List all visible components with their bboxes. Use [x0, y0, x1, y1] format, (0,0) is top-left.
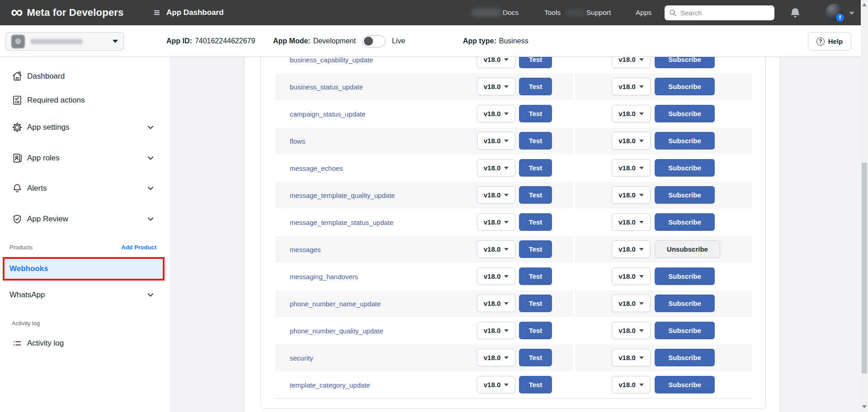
subscribe-button[interactable]: Subscribe: [655, 132, 715, 150]
test-version-dropdown[interactable]: v18.0: [477, 240, 515, 258]
help-button[interactable]: ? Help: [808, 32, 851, 51]
test-button[interactable]: Test: [519, 376, 552, 393]
app-dashboard-menu[interactable]: ≡ App Dashboard: [154, 0, 224, 25]
subscribe-version-dropdown[interactable]: v18.0: [612, 105, 651, 122]
test-button[interactable]: Test: [519, 240, 552, 258]
webhook-field-row: phone_number_quality_update v18.0 Test v…: [261, 317, 766, 344]
live-mode-toggle[interactable]: [362, 35, 386, 47]
subscribe-version-dropdown[interactable]: v18.0: [612, 322, 651, 339]
webhook-field-link[interactable]: business_status_update: [290, 83, 363, 91]
test-button[interactable]: Test: [519, 132, 552, 150]
subscribe-button[interactable]: Subscribe: [655, 213, 715, 231]
meta-for-developers-logo[interactable]: ∞ Meta for Developers: [11, 0, 123, 25]
sidebar-item-whatsapp[interactable]: WhatsApp: [0, 285, 170, 305]
webhook-field-link[interactable]: flows: [290, 137, 305, 145]
test-version-dropdown[interactable]: v18.0: [477, 267, 515, 285]
webhook-field-row: phone_number_name_update v18.0 Test v18.…: [261, 290, 766, 317]
subscribe-button[interactable]: Subscribe: [655, 78, 715, 95]
test-version-dropdown[interactable]: v18.0: [477, 105, 515, 122]
test-version-dropdown[interactable]: v18.0: [477, 132, 515, 150]
scroll-up-arrow-icon[interactable]: [862, 3, 867, 6]
test-button[interactable]: Test: [519, 267, 552, 285]
webhook-field-link[interactable]: messages: [290, 246, 321, 253]
scrollbar-thumb[interactable]: [862, 163, 867, 374]
webhook-field-link[interactable]: message_echoes: [290, 164, 343, 172]
nav-link-docs[interactable]: Docs: [503, 9, 519, 17]
test-button[interactable]: Test: [519, 186, 552, 204]
notifications-button[interactable]: [788, 6, 802, 20]
sidebar-item-activity-log[interactable]: Activity log: [0, 331, 170, 356]
test-version-dropdown[interactable]: v18.0: [477, 78, 515, 95]
sidebar-item-webhooks-highlighted[interactable]: Webhooks: [3, 257, 165, 281]
subscribe-version-dropdown[interactable]: v18.0: [612, 186, 651, 204]
avatar[interactable]: f: [826, 4, 843, 21]
sidebar-item-label: Alerts: [27, 184, 47, 193]
subscribe-version-dropdown[interactable]: v18.0: [612, 213, 651, 231]
test-version-dropdown[interactable]: v18.0: [477, 295, 515, 312]
test-version-dropdown[interactable]: v18.0: [477, 349, 515, 366]
webhook-field-link[interactable]: campaign_status_update: [290, 110, 366, 118]
subscribe-button[interactable]: Subscribe: [655, 295, 715, 312]
test-button[interactable]: Test: [519, 322, 552, 339]
webhook-field-link[interactable]: business_capability_update: [290, 56, 373, 64]
search-input[interactable]: Search: [665, 5, 774, 20]
sidebar-item-dashboard[interactable]: Dashboard: [0, 64, 170, 89]
chevron-down-icon: [504, 85, 509, 88]
subscribe-version-dropdown[interactable]: v18.0: [612, 78, 651, 95]
test-version-dropdown[interactable]: v18.0: [477, 186, 515, 204]
test-version-dropdown[interactable]: v18.0: [477, 322, 515, 339]
subscribe-version-dropdown[interactable]: v18.0: [612, 159, 651, 177]
subscribe-version-dropdown[interactable]: v18.0: [612, 376, 651, 393]
subscribe-button[interactable]: Subscribe: [655, 267, 715, 285]
test-button[interactable]: Test: [519, 159, 552, 177]
sidebar-item-alerts[interactable]: Alerts: [0, 176, 170, 201]
test-version-dropdown[interactable]: v18.0: [477, 159, 515, 177]
chevron-down-icon: [504, 356, 509, 359]
test-button[interactable]: Test: [519, 78, 552, 95]
subscribe-version-dropdown[interactable]: v18.0: [612, 267, 651, 285]
subscribe-button[interactable]: Subscribe: [655, 322, 715, 339]
sidebar-item-app-review[interactable]: App Review: [0, 207, 170, 231]
subscribe-version-dropdown[interactable]: v18.0: [612, 349, 651, 366]
subscribe-version-dropdown[interactable]: v18.0: [612, 295, 651, 312]
vertical-scrollbar[interactable]: [861, 0, 868, 412]
sidebar-item-required-actions[interactable]: Required actions: [0, 88, 170, 112]
version-value: v18.0: [618, 110, 636, 117]
hamburger-menu-icon[interactable]: ≡: [154, 7, 160, 18]
home-icon: [11, 70, 23, 82]
webhook-field-link[interactable]: phone_number_quality_update: [290, 327, 383, 335]
scroll-down-arrow-icon[interactable]: [862, 405, 867, 408]
logo-wordmark: Meta for Developers: [27, 7, 123, 19]
subscribe-button[interactable]: Subscribe: [655, 186, 715, 204]
nav-link-apps[interactable]: Apps: [636, 9, 651, 17]
test-button[interactable]: Test: [519, 213, 552, 231]
app-selector-dropdown[interactable]: ⚙: [5, 32, 124, 51]
content-panel-right-border: [780, 57, 780, 412]
nav-link-tools[interactable]: Tools: [544, 9, 561, 17]
sidebar-item-app-settings[interactable]: App settings: [0, 115, 170, 140]
webhook-field-link[interactable]: messaging_handovers: [290, 273, 358, 281]
webhook-field-link[interactable]: phone_number_name_update: [290, 300, 381, 308]
version-value: v18.0: [618, 137, 636, 145]
test-button[interactable]: Test: [519, 105, 552, 122]
test-version-dropdown[interactable]: v18.0: [477, 213, 515, 231]
webhook-field-link[interactable]: message_template_quality_update: [290, 192, 395, 199]
webhook-field-link[interactable]: security: [290, 354, 313, 362]
account-menu-caret-icon[interactable]: [849, 12, 854, 15]
nav-link-support[interactable]: Support: [586, 9, 611, 17]
chevron-down-icon: [113, 40, 118, 43]
test-version-dropdown[interactable]: v18.0: [477, 376, 515, 393]
test-button[interactable]: Test: [519, 295, 552, 312]
subscribe-button[interactable]: Subscribe: [655, 159, 715, 177]
subscribe-version-dropdown[interactable]: v18.0: [612, 240, 651, 258]
webhook-field-link[interactable]: message_template_status_update: [290, 219, 393, 226]
subscribe-button[interactable]: Subscribe: [655, 105, 715, 122]
test-button[interactable]: Test: [519, 349, 552, 366]
unsubscribe-button[interactable]: Unsubscribe: [655, 240, 720, 258]
subscribe-button[interactable]: Subscribe: [655, 376, 715, 393]
subscribe-button[interactable]: Subscribe: [655, 349, 715, 366]
subscribe-version-dropdown[interactable]: v18.0: [612, 132, 651, 150]
add-product-link[interactable]: Add Product: [121, 244, 156, 251]
webhook-field-link[interactable]: template_category_update: [290, 381, 370, 389]
sidebar-item-app-roles[interactable]: App roles: [0, 146, 170, 170]
